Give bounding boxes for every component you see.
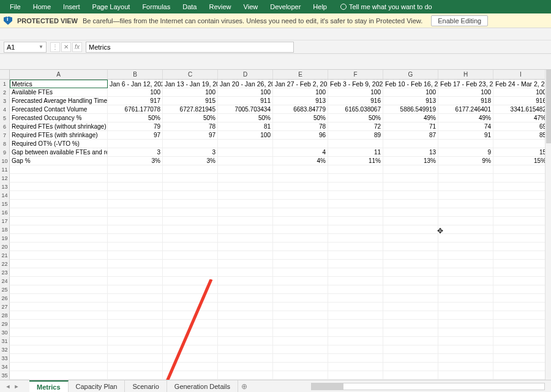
- cell[interactable]: Required OT% (-VTO %): [10, 140, 108, 148]
- cell[interactable]: 7005.703434: [218, 105, 273, 114]
- horizontal-scrollbar[interactable]: [311, 383, 545, 390]
- cell[interactable]: [328, 234, 383, 243]
- cell[interactable]: [438, 268, 493, 277]
- cell[interactable]: [163, 354, 218, 363]
- cell[interactable]: [218, 294, 273, 303]
- cell[interactable]: [383, 191, 438, 200]
- cell[interactable]: Jan 20 - Jan 26, 2022: [218, 80, 273, 88]
- row-header[interactable]: 5: [0, 114, 10, 123]
- cell[interactable]: 5886.549919: [383, 105, 438, 114]
- cell[interactable]: [218, 277, 273, 285]
- cell[interactable]: [108, 294, 163, 303]
- cell[interactable]: [218, 234, 273, 243]
- sheet-tab-capacity-plan[interactable]: Capacity Plan: [69, 380, 126, 393]
- cell[interactable]: [438, 243, 493, 251]
- cell[interactable]: [108, 165, 163, 174]
- cell[interactable]: [218, 174, 273, 183]
- cell[interactable]: [218, 354, 273, 363]
- cell[interactable]: [163, 277, 218, 285]
- row-header[interactable]: 32: [0, 345, 10, 354]
- cell[interactable]: [383, 234, 438, 243]
- cell[interactable]: [163, 140, 218, 148]
- cell[interactable]: [438, 354, 493, 363]
- cell[interactable]: [10, 191, 108, 200]
- cell[interactable]: [163, 174, 218, 183]
- cell[interactable]: 81: [218, 123, 273, 131]
- cell[interactable]: [163, 337, 218, 345]
- cell[interactable]: [163, 285, 218, 294]
- cell[interactable]: [108, 371, 163, 380]
- fx-button[interactable]: fx: [72, 42, 82, 52]
- cell[interactable]: [383, 277, 438, 285]
- cell[interactable]: [273, 294, 328, 303]
- cell[interactable]: 100: [273, 88, 328, 97]
- cell[interactable]: [438, 234, 493, 243]
- cell[interactable]: Feb 10 - Feb 16, 2022: [383, 80, 438, 88]
- cell[interactable]: Required FTEs (with shrinkage): [10, 131, 108, 140]
- cell[interactable]: [438, 337, 493, 345]
- cell[interactable]: 49%: [438, 114, 493, 123]
- cell[interactable]: [163, 328, 218, 337]
- cell[interactable]: [328, 183, 383, 191]
- cell[interactable]: [108, 320, 163, 328]
- cell[interactable]: [493, 140, 549, 148]
- cell[interactable]: Jan 13 - Jan 19, 2022: [163, 80, 218, 88]
- row-header[interactable]: 22: [0, 260, 10, 268]
- cell[interactable]: [493, 183, 549, 191]
- cell[interactable]: [383, 165, 438, 174]
- cell[interactable]: Jan 6 - Jan 12, 2022: [108, 80, 163, 88]
- cell[interactable]: [218, 191, 273, 200]
- cell[interactable]: 47%: [493, 114, 549, 123]
- cell[interactable]: Required FTEs (without shrinkage): [10, 123, 108, 131]
- column-header[interactable]: B: [108, 70, 163, 79]
- cell[interactable]: [10, 363, 108, 371]
- cell[interactable]: [218, 311, 273, 320]
- cell[interactable]: [108, 200, 163, 208]
- cell[interactable]: 100: [108, 88, 163, 97]
- cell[interactable]: 100: [383, 88, 438, 97]
- cell[interactable]: 100: [493, 88, 549, 97]
- cell[interactable]: 91: [438, 131, 493, 140]
- cell[interactable]: [438, 191, 493, 200]
- cell[interactable]: [383, 268, 438, 277]
- cell[interactable]: [108, 354, 163, 363]
- cell[interactable]: [273, 140, 328, 148]
- row-header[interactable]: 15: [0, 200, 10, 208]
- cell[interactable]: [273, 225, 328, 234]
- cell[interactable]: [10, 320, 108, 328]
- cell[interactable]: [328, 243, 383, 251]
- tell-me[interactable]: Tell me what you want to do: [340, 3, 432, 10]
- cell[interactable]: [108, 217, 163, 225]
- cell[interactable]: [10, 303, 108, 311]
- cell[interactable]: [493, 354, 549, 363]
- cell[interactable]: [493, 208, 549, 217]
- cell[interactable]: [10, 354, 108, 363]
- cell[interactable]: Feb 24 - Mar 2, 2022: [493, 80, 549, 88]
- cell[interactable]: [493, 320, 549, 328]
- cell[interactable]: [328, 277, 383, 285]
- cell[interactable]: 917: [108, 97, 163, 105]
- cell[interactable]: [273, 183, 328, 191]
- cell[interactable]: [218, 157, 273, 165]
- cell[interactable]: [10, 217, 108, 225]
- cell[interactable]: [328, 363, 383, 371]
- cell[interactable]: [383, 140, 438, 148]
- cell[interactable]: [438, 183, 493, 191]
- cell[interactable]: [328, 200, 383, 208]
- cell[interactable]: [493, 191, 549, 200]
- cell[interactable]: [273, 268, 328, 277]
- cell[interactable]: Available FTEs: [10, 88, 108, 97]
- cell[interactable]: Gap %: [10, 157, 108, 165]
- cell[interactable]: [10, 183, 108, 191]
- cell[interactable]: [328, 294, 383, 303]
- cell[interactable]: [163, 268, 218, 277]
- row-header[interactable]: 9: [0, 148, 10, 157]
- ribbon-tab-developer[interactable]: Developer: [264, 0, 307, 13]
- cell[interactable]: [218, 303, 273, 311]
- active-cell[interactable]: Metrics: [10, 80, 108, 88]
- cell[interactable]: [493, 165, 549, 174]
- cell[interactable]: [218, 165, 273, 174]
- cell[interactable]: [383, 345, 438, 354]
- cell[interactable]: [10, 294, 108, 303]
- cell[interactable]: [108, 140, 163, 148]
